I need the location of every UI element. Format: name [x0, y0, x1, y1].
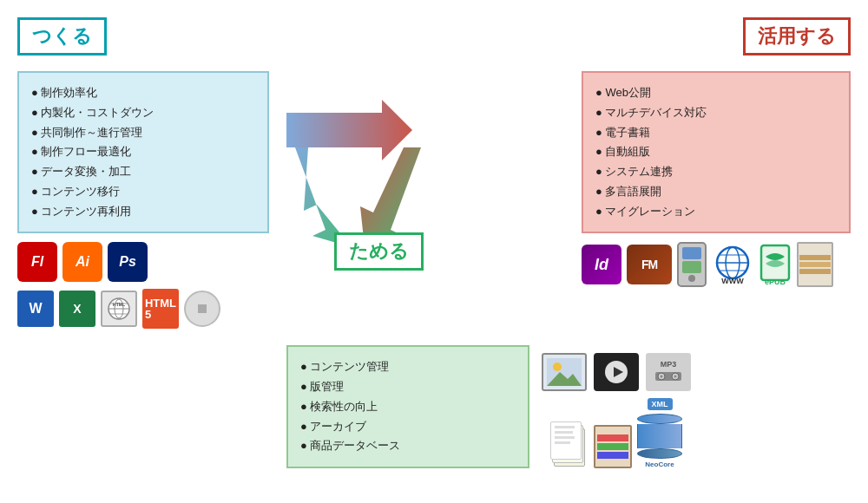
katsuyo-list: Web公開 マルチデバイス対応 電子書籍 自動組版 システム連携 多言語展開 マ…: [595, 83, 837, 221]
mp3-icon: MP3: [646, 353, 691, 391]
photoshop-icon: Ps: [108, 242, 148, 282]
illustrator-icon: Ai: [62, 242, 102, 282]
video-icon: [594, 353, 639, 391]
documents-icon: [550, 421, 589, 468]
list-item: 共同制作～進行管理: [31, 123, 255, 143]
list-item: 版管理: [300, 377, 516, 397]
list-item: コンテンツ移行: [31, 182, 255, 202]
list-item: システム連携: [595, 162, 837, 182]
book-icon: [797, 242, 833, 287]
epub-icon: ePUB: [759, 243, 792, 286]
list-item: マルチデバイス対応: [595, 103, 837, 123]
html-icon: HTML: [101, 291, 137, 327]
tsukuru-title: つくる: [17, 17, 107, 56]
list-item: 制作フロー最適化: [31, 142, 255, 162]
svg-point-16: [553, 363, 562, 371]
tameru-db-icons: XML NeoCore: [550, 398, 682, 468]
list-item: 多言語展開: [595, 182, 837, 202]
tameru-title-area: ためる: [334, 232, 424, 279]
svg-point-24: [674, 376, 677, 378]
disc-icon: [184, 291, 220, 327]
list-item: 検索性の向上: [300, 397, 516, 417]
html5-icon: HTML5: [142, 289, 179, 329]
colorbook-icon: [594, 425, 632, 468]
tsukuru-section: つくる 制作効率化 内製化・コストダウン 共同制作～進行管理 制作フロー最適化 …: [17, 17, 269, 329]
list-item: 電子書籍: [595, 123, 837, 143]
mobile-device-icon: [677, 242, 707, 287]
list-item: コンテンツ管理: [300, 357, 516, 377]
tameru-title: ためる: [334, 232, 424, 271]
excel-icon: X: [59, 291, 95, 327]
tameru-section: コンテンツ管理 版管理 検索性の向上 アーカイブ 商品データベース: [286, 345, 691, 468]
list-item: 内製化・コストダウン: [31, 103, 255, 123]
framemaker-icon: FM: [627, 245, 672, 284]
katsuyo-icons: Id FM WWW: [582, 242, 851, 287]
katsuyo-section: 活用する Web公開 マルチデバイス対応 電子書籍 自動組版 システム連携 多言…: [582, 17, 851, 287]
list-item: Web公開: [595, 83, 837, 103]
katsuyo-box: Web公開 マルチデバイス対応 電子書籍 自動組版 システム連携 多言語展開 マ…: [582, 71, 851, 233]
tameru-box: コンテンツ管理 版管理 検索性の向上 アーカイブ 商品データベース: [286, 345, 529, 468]
tameru-content-icons: MP3: [542, 353, 691, 468]
indesign-icon: Id: [582, 245, 621, 284]
list-item: マイグレーション: [595, 202, 837, 222]
main-container: つくる 制作効率化 内製化・コストダウン 共同制作～進行管理 制作フロー最適化 …: [0, 0, 868, 503]
tsukuru-list: 制作効率化 内製化・コストダウン 共同制作～進行管理 制作フロー最適化 データ変…: [31, 83, 255, 221]
image-icon: [542, 353, 587, 391]
neocore-icon: NeoCore: [637, 414, 682, 468]
list-item: アーカイブ: [300, 417, 516, 437]
list-item: 商品データベース: [300, 436, 516, 456]
xml-icon: XML NeoCore: [637, 398, 682, 468]
svg-point-23: [661, 376, 663, 378]
list-item: 自動組版: [595, 142, 837, 162]
tsukuru-box: 制作効率化 内製化・コストダウン 共同制作～進行管理 制作フロー最適化 データ変…: [17, 71, 269, 233]
tsukuru-app-icons: Fl Ai Ps: [17, 242, 269, 282]
www-icon: WWW: [712, 244, 753, 285]
katsuyo-title: 活用する: [743, 17, 851, 56]
flash-icon: Fl: [17, 242, 57, 282]
word-icon: W: [17, 291, 54, 327]
tsukuru-util-icons: W X HTML HTML5: [17, 289, 269, 329]
list-item: データ変換・加工: [31, 162, 255, 182]
list-item: 制作効率化: [31, 83, 255, 103]
tameru-list: コンテンツ管理 版管理 検索性の向上 アーカイブ 商品データベース: [300, 357, 516, 456]
list-item: コンテンツ再利用: [31, 202, 255, 222]
